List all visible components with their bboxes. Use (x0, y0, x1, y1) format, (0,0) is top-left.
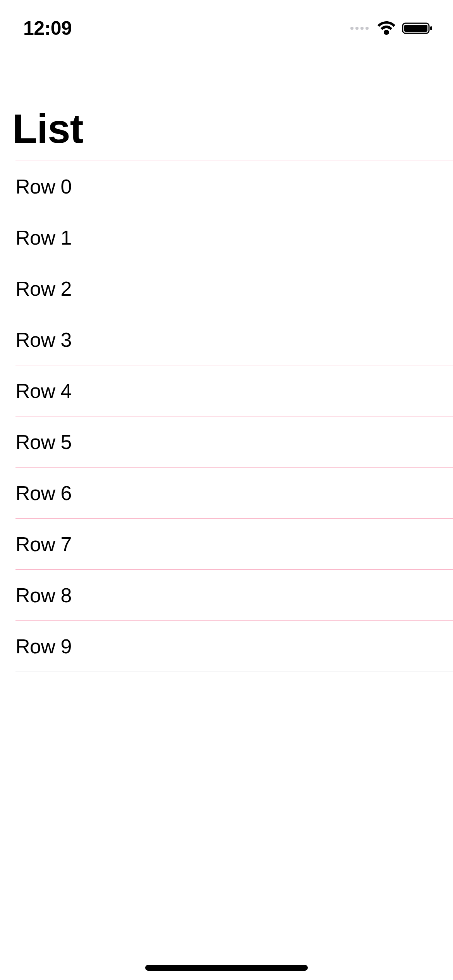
svg-rect-2 (430, 26, 432, 30)
wifi-icon (376, 21, 396, 36)
list-row[interactable]: Row 1 (15, 212, 453, 263)
row-label: Row 9 (15, 635, 72, 658)
row-label: Row 8 (15, 584, 72, 607)
svg-rect-1 (404, 25, 427, 32)
page-title: List (0, 54, 453, 161)
list[interactable]: Row 0 Row 1 Row 2 Row 3 Row 4 Row 5 Row … (15, 161, 453, 672)
list-row[interactable]: Row 3 (15, 314, 453, 365)
list-row[interactable]: Row 8 (15, 570, 453, 621)
status-time: 12:09 (23, 15, 72, 39)
cellular-icon (350, 27, 369, 30)
row-label: Row 0 (15, 175, 72, 198)
row-label: Row 7 (15, 533, 72, 556)
status-right-icons (350, 19, 434, 36)
battery-icon (402, 21, 434, 36)
list-row[interactable]: Row 5 (15, 416, 453, 468)
row-label: Row 3 (15, 328, 72, 351)
list-row[interactable]: Row 9 (15, 621, 453, 672)
list-row[interactable]: Row 4 (15, 365, 453, 416)
status-bar: 12:09 (0, 0, 453, 54)
home-indicator[interactable] (145, 965, 308, 971)
row-label: Row 6 (15, 481, 72, 505)
row-label: Row 1 (15, 226, 72, 249)
row-label: Row 5 (15, 430, 72, 454)
list-row[interactable]: Row 0 (15, 161, 453, 212)
list-row[interactable]: Row 2 (15, 263, 453, 314)
row-label: Row 4 (15, 379, 72, 403)
list-row[interactable]: Row 6 (15, 468, 453, 519)
row-label: Row 2 (15, 277, 72, 300)
list-row[interactable]: Row 7 (15, 519, 453, 570)
